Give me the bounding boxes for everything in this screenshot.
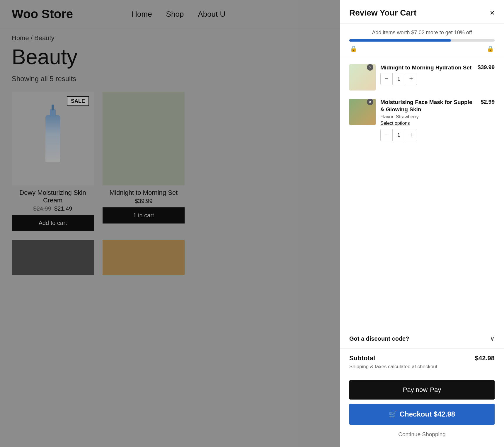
qty-increase-0[interactable]: + [405, 73, 417, 85]
cart-item-meta-1: Flavor: Strawberry [380, 114, 476, 120]
cart-header: Review Your Cart × [340, 0, 504, 24]
checkout-button[interactable]: 🛒 Checkout $42.98 [349, 404, 495, 425]
qty-decrease-1[interactable]: − [381, 129, 392, 141]
cart-item-name-1: Moisturising Face Mask for Supple & Glow… [380, 99, 476, 113]
lock-icon-left: 🔒 [350, 45, 357, 52]
discount-chevron-icon: ∨ [490, 335, 495, 342]
progress-bar-wrap [349, 39, 495, 42]
progress-bar-fill [349, 39, 451, 42]
cart-item-name-0: Midnight to Morning Hydration Set [380, 64, 473, 71]
cart-item-price-1: $2.99 [481, 99, 495, 105]
qty-value-1: 1 [392, 129, 405, 141]
progress-section: Add items worth $7.02 more to get 10% of… [340, 24, 504, 58]
remove-item-1-button[interactable]: × [367, 99, 373, 105]
qty-control-1: − 1 + [380, 129, 417, 141]
qty-increase-1[interactable]: + [405, 129, 417, 141]
subtotal-row: Subtotal $42.98 [349, 354, 495, 362]
cart-item-price-0: $39.99 [478, 64, 495, 71]
subtotal-note: Shipping & taxes calculated at checkout [349, 364, 495, 370]
cart-checkout-icon: 🛒 [389, 410, 397, 418]
cart-close-button[interactable]: × [490, 9, 495, 17]
cart-panel: Review Your Cart × Add items worth $7.02… [340, 0, 504, 447]
subtotal-section: Subtotal $42.98 Shipping & taxes calcula… [340, 348, 504, 376]
qty-value-0: 1 [392, 73, 405, 85]
cart-item-details-0: Midnight to Morning Hydration Set − 1 + [380, 64, 473, 85]
pay-now-button[interactable]: Pay now Pay [349, 380, 495, 400]
remove-icon-0: × [369, 65, 371, 69]
checkout-label: Checkout $42.98 [400, 410, 455, 418]
qty-decrease-0[interactable]: − [381, 73, 392, 85]
cart-item-1: × Moisturising Face Mask for Supple & Gl… [349, 99, 495, 141]
remove-icon-1: × [369, 100, 371, 104]
cart-items: × Midnight to Morning Hydration Set − 1 … [340, 58, 504, 329]
continue-shopping-button[interactable]: Continue Shopping [349, 429, 495, 440]
cart-item-0: × Midnight to Morning Hydration Set − 1 … [349, 64, 495, 91]
pay-now-label: Pay now [403, 386, 428, 394]
progress-text: Add items worth $7.02 more to get 10% of… [349, 30, 495, 36]
remove-item-0-button[interactable]: × [367, 64, 373, 71]
select-options-link-1[interactable]: Select options [380, 121, 476, 126]
progress-icons: 🔒 🔒 [349, 45, 495, 52]
discount-section[interactable]: Got a discount code? ∨ [340, 329, 504, 348]
lock-icon-right: 🔒 [487, 45, 494, 52]
cart-title: Review Your Cart [349, 8, 416, 18]
cart-buttons: Pay now Pay 🛒 Checkout $42.98 Continue S… [340, 376, 504, 447]
qty-control-0: − 1 + [380, 73, 417, 85]
subtotal-amount: $42.98 [475, 354, 495, 362]
cart-item-details-1: Moisturising Face Mask for Supple & Glow… [380, 99, 476, 141]
subtotal-label: Subtotal [349, 354, 375, 362]
discount-label: Got a discount code? [349, 335, 409, 342]
apple-pay-icon: Pay [430, 386, 441, 394]
